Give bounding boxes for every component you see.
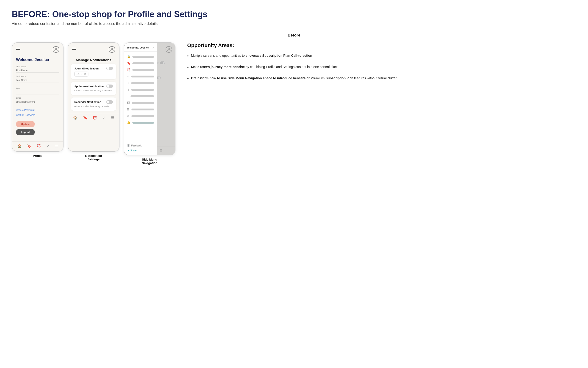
menu-item-check[interactable]: ✓: [124, 73, 157, 80]
nav2-home-icon[interactable]: 🏠: [73, 116, 78, 120]
update-password-link[interactable]: Update Password: [16, 109, 59, 111]
clock-menu-icon: ⏰: [127, 68, 131, 72]
sidemenu-welcome: Welcome, Jessica: [127, 46, 149, 49]
menu-item-lock[interactable]: 🔒: [124, 54, 157, 60]
plus-menu-icon: +: [127, 95, 129, 98]
share-item[interactable]: ↗ Share: [127, 148, 154, 153]
notification-phone: Manage Notifications Journal Notificatio…: [68, 42, 120, 152]
menu-bar: [131, 82, 154, 84]
opp-item-1: • Multiple screens and opportunities to …: [187, 53, 576, 59]
sidemenu-phone: ations my: [124, 42, 176, 155]
feedback-icon: 💬: [127, 144, 130, 147]
share-icon: ↗: [127, 149, 129, 152]
last-name-label: Last Name: [16, 75, 59, 77]
phones-area: Welcome Jessica First Name Last Name Age: [12, 42, 176, 165]
profile-phone-wrapper: Welcome Jessica First Name Last Name Age: [12, 42, 63, 157]
menu-item-lines[interactable]: ☰: [124, 106, 157, 113]
feedback-item[interactable]: 💬 Feedback: [127, 143, 154, 148]
email-group: Email: [16, 97, 59, 104]
notif-hamburger-icon[interactable]: [72, 48, 76, 51]
nav-clock-icon[interactable]: ⏰: [37, 144, 41, 148]
profile-phone: Welcome Jessica First Name Last Name Age: [12, 42, 63, 152]
sidemenu-overlay: Welcome, Jessica × 🔒: [124, 43, 175, 155]
nav2-check-icon[interactable]: ✓: [103, 116, 105, 120]
nav-check-icon[interactable]: ✓: [47, 144, 50, 148]
update-button[interactable]: Update: [16, 121, 35, 127]
menu-item-image[interactable]: 🖼: [124, 100, 157, 106]
feedback-label: Feedback: [131, 144, 141, 147]
confirm-password-link[interactable]: Confirm Password: [16, 114, 59, 116]
reminder-notif-title: Reminder Notification: [74, 100, 113, 104]
clock-icon: ⏱: [84, 73, 86, 75]
menu-bar: [131, 95, 154, 97]
sidemenu-dimmed: [157, 43, 175, 155]
menu-item-clock[interactable]: ⏰: [124, 67, 157, 73]
menu-item-gear[interactable]: ⚙: [124, 113, 157, 119]
opp-text-2: Make user's journey more concise by comb…: [191, 64, 576, 71]
opp-item-3: • Brainstorm how to use Side Menu Naviga…: [187, 76, 576, 82]
menu-item-plus[interactable]: +: [124, 93, 157, 100]
sidemenu-phone-wrapper: ations my: [124, 42, 176, 165]
sidemenu-footer: 💬 Feedback ↗ Share: [124, 141, 157, 155]
star-menu-icon: ✦: [127, 82, 129, 85]
reminder-toggle[interactable]: [106, 100, 113, 104]
notif-topbar: [68, 43, 119, 55]
email-label: Email: [16, 97, 59, 99]
section-label: Before: [12, 33, 576, 38]
time-input[interactable]: --:-- -- ⏱: [74, 72, 88, 76]
nav-bookmark-icon[interactable]: 🔖: [27, 144, 32, 148]
logout-button[interactable]: Logout: [16, 129, 35, 135]
menu-bar: [132, 69, 154, 71]
first-name-input[interactable]: [16, 69, 59, 73]
profile-label: Profile: [33, 154, 42, 157]
bell-menu-icon: 🔔: [127, 121, 131, 124]
welcome-title: Welcome Jessica: [16, 57, 59, 62]
welcome-prefix: Welcome,: [127, 46, 139, 49]
nav-menu-icon[interactable]: ☰: [55, 144, 58, 148]
reminder-notif-desc: Give me notifications for my reminder: [74, 105, 113, 108]
opp-item-2: • Make user's journey more concise by co…: [187, 64, 576, 71]
opportunity-area: Opportunity Areas: • Multiple screens an…: [183, 42, 576, 82]
nav2-clock-icon[interactable]: ⏰: [93, 116, 97, 120]
nav-home-icon[interactable]: 🏠: [17, 144, 22, 148]
menu-list: 🔒 🔖 ⏰ ✓: [124, 52, 157, 141]
nav2-bookmark-icon[interactable]: 🔖: [83, 116, 88, 120]
time-value: --:-- --: [76, 73, 83, 75]
menu-item-bookmark[interactable]: 🔖: [124, 60, 157, 67]
appointment-toggle[interactable]: [106, 84, 113, 88]
appointment-notif-card: Apointment Notification Give me notifica…: [71, 82, 116, 95]
last-name-input[interactable]: [16, 78, 59, 83]
last-name-group: Last Name: [16, 75, 59, 83]
opp-text-1: Multiple screens and opportunities to sh…: [191, 53, 576, 59]
sidemenu-label: Side Menu Navigation: [142, 158, 157, 165]
upload-menu-icon: ⬆: [127, 88, 129, 91]
menu-item-up[interactable]: ⬆: [124, 86, 157, 93]
journal-notif-title: Journal Notification: [74, 67, 113, 70]
page-title: BEFORE: One-stop shop for Profile and Se…: [12, 9, 576, 19]
close-sidemenu-button[interactable]: ×: [152, 46, 154, 49]
hamburger-icon[interactable]: [16, 48, 20, 51]
menu-item-star[interactable]: ✦: [124, 80, 157, 86]
bullet-2: •: [187, 64, 189, 71]
journal-toggle[interactable]: [106, 67, 113, 70]
menu-item-bell[interactable]: 🔔: [124, 119, 157, 126]
menu-bar: [132, 109, 154, 110]
age-input[interactable]: [16, 90, 59, 94]
menu-bar: [132, 62, 154, 64]
opportunity-title: Opportunity Areas:: [187, 42, 576, 48]
bullet-3: •: [187, 76, 189, 82]
image-menu-icon: 🖼: [127, 101, 130, 105]
reminder-notif-card: Reminder Notification Give me notificati…: [71, 97, 116, 111]
bullet-1: •: [187, 53, 189, 59]
avatar-icon[interactable]: [53, 46, 59, 53]
menu-bar: [131, 76, 154, 77]
notif-avatar-icon[interactable]: [109, 46, 115, 53]
nav2-menu-icon[interactable]: ☰: [111, 116, 114, 120]
email-input[interactable]: [16, 100, 59, 104]
opp-text-3: Brainstorm how to use Side Menu Navigati…: [191, 76, 576, 82]
sidemenu-header: Welcome, Jessica ×: [124, 43, 157, 52]
menu-bar: [132, 115, 154, 117]
appointment-notif-desc: Give me notification after my apointment: [74, 90, 113, 92]
menu-bar: [131, 89, 154, 91]
gear-menu-icon: ⚙: [127, 114, 130, 118]
